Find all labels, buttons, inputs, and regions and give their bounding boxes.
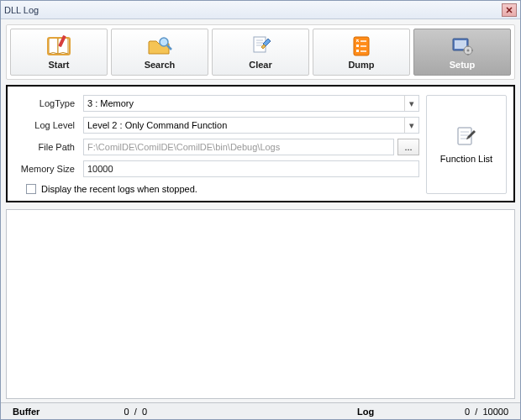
buffer-label: Buffer	[13, 407, 71, 417]
chevron-down-icon: ▾	[404, 96, 418, 111]
memsize-label: Memory Size	[14, 164, 83, 174]
browse-button[interactable]: ...	[397, 139, 419, 155]
clear-button[interactable]: Clear	[212, 29, 309, 76]
toolbar-container: Start Search	[1, 19, 520, 85]
function-list-label: Function List	[440, 154, 492, 164]
setup-gear-icon	[450, 34, 475, 58]
clear-label: Clear	[249, 60, 272, 70]
close-button[interactable]	[502, 3, 517, 17]
display-recent-row[interactable]: Display the recent logs when stopped.	[14, 182, 419, 194]
start-button[interactable]: Start	[10, 29, 108, 76]
status-bar: Buffer 0 / 0 Log 0 / 10000	[1, 402, 520, 419]
log-output-area[interactable]	[6, 209, 515, 399]
filepath-label: File Path	[14, 142, 83, 152]
dump-label: Dump	[348, 60, 374, 70]
svg-rect-11	[356, 50, 359, 52]
dll-log-window: DLL Log Start	[0, 0, 521, 420]
page-brush-icon	[248, 34, 273, 58]
logtype-value: 3 : Memory	[87, 98, 134, 108]
loglevel-label: Log Level	[14, 120, 83, 130]
log-values: 0 / 10000	[416, 407, 508, 417]
setup-label: Setup	[450, 60, 476, 70]
start-label: Start	[48, 60, 69, 70]
dump-button[interactable]: Dump	[313, 29, 410, 76]
search-button[interactable]: Search	[111, 29, 208, 76]
titlebar: DLL Log	[1, 1, 520, 19]
logtype-select[interactable]: 3 : Memory ▾	[83, 95, 419, 112]
memsize-input[interactable]	[83, 160, 419, 177]
display-recent-checkbox[interactable]	[26, 184, 36, 194]
loglevel-value: Level 2 : Only Command Function	[87, 120, 227, 130]
book-pencil-icon	[46, 34, 71, 58]
svg-rect-10	[356, 45, 359, 47]
loglevel-select[interactable]: Level 2 : Only Command Function ▾	[83, 117, 419, 134]
buffer-values: 0 / 0	[71, 407, 147, 417]
svg-point-2	[160, 38, 168, 46]
toolbar: Start Search	[6, 24, 515, 80]
config-panel: LogType 3 : Memory ▾ Log Level Level 2 :…	[6, 85, 515, 202]
edit-pencil-icon	[455, 125, 477, 149]
log-label: Log	[357, 407, 416, 417]
filepath-input[interactable]	[83, 139, 394, 155]
setup-button[interactable]: Setup	[413, 29, 511, 76]
chevron-down-icon: ▾	[404, 118, 418, 133]
search-label: Search	[145, 60, 176, 70]
display-recent-label: Display the recent logs when stopped.	[41, 184, 197, 194]
close-icon	[506, 5, 513, 15]
window-title: DLL Log	[4, 5, 39, 15]
logtype-label: LogType	[14, 98, 83, 108]
checklist-icon	[349, 34, 374, 58]
ellipsis-icon: ...	[404, 142, 412, 152]
svg-point-18	[467, 50, 470, 52]
function-list-button[interactable]: Function List	[426, 95, 507, 194]
config-grid: LogType 3 : Memory ▾ Log Level Level 2 :…	[14, 95, 419, 194]
folder-search-icon	[147, 34, 172, 58]
